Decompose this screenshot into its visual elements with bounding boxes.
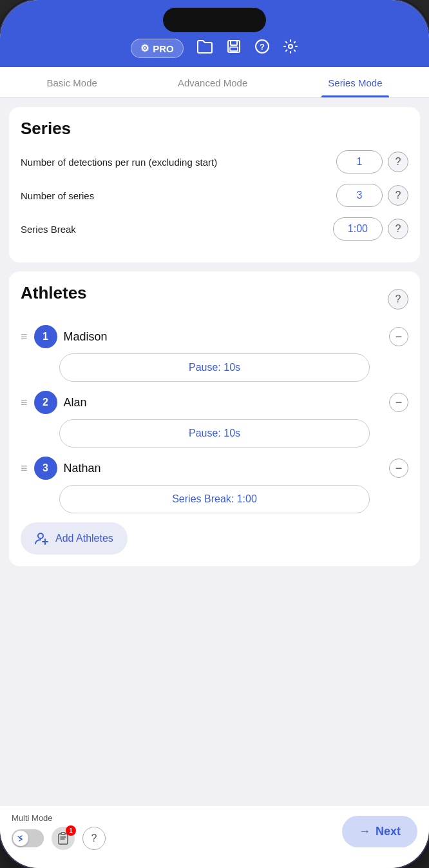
- svg-rect-10: [61, 833, 65, 834]
- series-card: Series Number of detections per run (exc…: [9, 107, 420, 262]
- athlete-item-1: ≡ 1 Madison − Pause: 10s: [21, 325, 408, 382]
- add-athlete-icon: [35, 531, 49, 546]
- athletes-card: Athletes ? ≡ 1 Madison − Pause: 10s: [9, 271, 420, 566]
- remove-athlete-1-button[interactable]: −: [389, 327, 408, 346]
- multi-mode-toggle[interactable]: [12, 829, 44, 847]
- multi-mode-label: Multi Mode: [12, 813, 106, 823]
- athlete-row-1: ≡ 1 Madison −: [21, 325, 408, 348]
- phone-inner: ⚙ PRO ?: [0, 0, 429, 868]
- athlete-item-3: ≡ 3 Nathan − Series Break: 1:00: [21, 457, 408, 513]
- next-arrow-icon: →: [359, 825, 370, 838]
- pause-pill-3[interactable]: Series Break: 1:00: [59, 485, 370, 513]
- settings-icon[interactable]: [283, 39, 298, 58]
- athletes-title: Athletes: [21, 283, 87, 303]
- folder-icon[interactable]: [196, 39, 213, 57]
- drag-handle-3[interactable]: ≡: [21, 462, 28, 475]
- phone-notch: [163, 8, 266, 32]
- add-athletes-button[interactable]: Add Athletes: [21, 522, 128, 555]
- gear-icon: ⚙: [140, 43, 149, 54]
- phone-frame: ⚙ PRO ?: [0, 0, 429, 868]
- tab-basic[interactable]: Basic Mode: [41, 67, 104, 97]
- remove-athlete-3-button[interactable]: −: [389, 459, 408, 478]
- athlete-row-2: ≡ 2 Alan −: [21, 391, 408, 414]
- tab-series[interactable]: Series Mode: [321, 67, 388, 97]
- svg-point-6: [38, 533, 43, 538]
- athletes-header: Athletes ?: [21, 283, 408, 315]
- series-break-right: 1:00 ?: [333, 217, 408, 241]
- drag-handle-2[interactable]: ≡: [21, 396, 28, 409]
- svg-text:?: ?: [260, 42, 265, 52]
- detections-value[interactable]: 1: [336, 150, 383, 173]
- athlete-item-2: ≡ 2 Alan − Pause: 10s: [21, 391, 408, 448]
- series-break-label: Series Break: [21, 222, 333, 236]
- pro-label: PRO: [153, 43, 174, 54]
- detections-help-button[interactable]: ?: [388, 152, 408, 172]
- athlete-name-3: Nathan: [64, 462, 383, 475]
- pause-pill-1[interactable]: Pause: 10s: [59, 353, 370, 382]
- detections-right: 1 ?: [336, 150, 408, 173]
- series-break-help-button[interactable]: ?: [388, 219, 408, 239]
- series-title: Series: [21, 119, 408, 139]
- bottom-left: Multi Mode: [12, 813, 106, 850]
- num-series-value[interactable]: 3: [336, 184, 383, 207]
- tab-advanced[interactable]: Advanced Mode: [171, 67, 254, 97]
- scroll-content: Series Number of detections per run (exc…: [0, 98, 429, 805]
- notification-badge: 1: [66, 825, 76, 836]
- bottom-bar: Multi Mode: [0, 805, 429, 868]
- bottom-help-button[interactable]: ?: [82, 827, 106, 850]
- num-series-help-button[interactable]: ?: [388, 185, 408, 206]
- notification-button[interactable]: 1: [52, 827, 75, 850]
- add-athletes-label: Add Athletes: [55, 533, 113, 544]
- athletes-help-button[interactable]: ?: [388, 289, 408, 310]
- pause-pill-2[interactable]: Pause: 10s: [59, 419, 370, 448]
- athlete-number-2: 2: [34, 391, 57, 414]
- num-series-field-row: Number of series 3 ?: [21, 184, 408, 207]
- detections-field-row: Number of detections per run (excluding …: [21, 150, 408, 173]
- next-label: Next: [376, 825, 401, 838]
- help-icon[interactable]: ?: [254, 39, 270, 58]
- tab-bar: Basic Mode Advanced Mode Series Mode: [0, 67, 429, 98]
- series-break-value[interactable]: 1:00: [333, 217, 383, 241]
- svg-point-5: [289, 44, 292, 48]
- athlete-name-2: Alan: [64, 396, 383, 409]
- svg-rect-2: [230, 47, 238, 51]
- num-series-label: Number of series: [21, 189, 336, 202]
- athlete-row-3: ≡ 3 Nathan −: [21, 457, 408, 480]
- pro-badge[interactable]: ⚙ PRO: [131, 39, 184, 58]
- athlete-number-1: 1: [34, 325, 57, 348]
- athlete-name-1: Madison: [64, 330, 383, 344]
- bottom-controls: 1 ?: [12, 827, 106, 850]
- save-icon[interactable]: [226, 39, 242, 58]
- detections-label: Number of detections per run (excluding …: [21, 155, 336, 169]
- next-button[interactable]: → Next: [342, 816, 417, 847]
- svg-rect-1: [231, 41, 237, 45]
- drag-handle-1[interactable]: ≡: [21, 330, 28, 344]
- series-break-field-row: Series Break 1:00 ?: [21, 217, 408, 241]
- bluetooth-icon: [13, 831, 28, 846]
- remove-athlete-2-button[interactable]: −: [389, 393, 408, 412]
- athlete-number-3: 3: [34, 457, 57, 480]
- num-series-right: 3 ?: [336, 184, 408, 207]
